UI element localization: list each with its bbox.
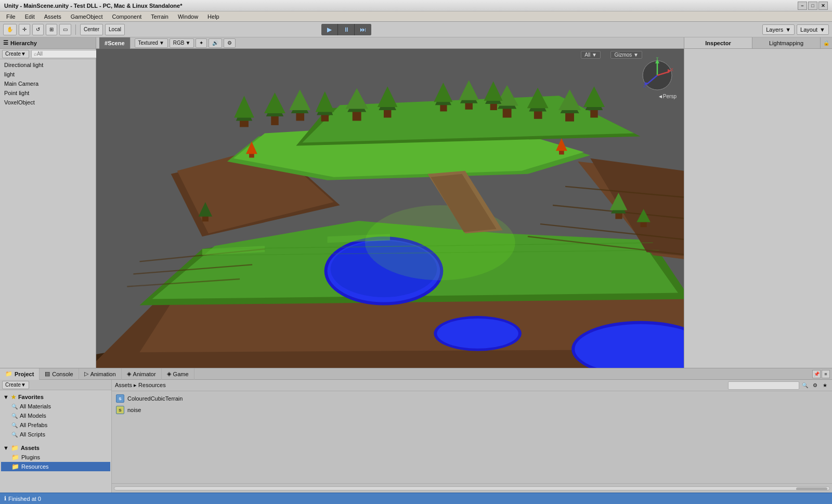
favorites-header[interactable]: ▼ ★ Favorites <box>1 392 110 402</box>
hierarchy-item-point-light[interactable]: Point light <box>0 88 96 98</box>
asset-icon-noise: S <box>116 406 124 414</box>
hierarchy-toolbar: Create ▼ <box>0 49 96 59</box>
favorites-all-scripts[interactable]: 🔍 All Scripts <box>1 430 110 439</box>
plugins-folder-icon: 📁 <box>11 454 19 461</box>
minimize-button[interactable]: − <box>798 2 807 10</box>
tab-animation[interactable]: ▷ Animation <box>79 368 122 380</box>
local-global-button[interactable]: Local <box>105 24 125 35</box>
hand-tool-button[interactable]: ✋ <box>3 24 17 35</box>
layers-dropdown[interactable]: Layers ▼ <box>762 24 795 35</box>
asset-noise[interactable]: S noise <box>114 405 830 415</box>
step-button[interactable]: ⏭ <box>355 24 371 35</box>
assets-search-input[interactable] <box>728 381 799 390</box>
assets-star-button[interactable]: ★ <box>821 381 829 390</box>
bottom-panel-menu-button[interactable]: ≡ <box>822 370 830 378</box>
menu-component[interactable]: Component <box>108 12 146 21</box>
menu-gameobject[interactable]: GameObject <box>67 12 107 21</box>
color-mode-dropdown[interactable]: RGB ▼ <box>170 38 194 48</box>
scale-tool-button[interactable]: ⊞ <box>46 24 57 35</box>
game-tab-label: Game <box>173 371 189 377</box>
rotate-tool-button[interactable]: ↺ <box>32 24 44 35</box>
tab-animator[interactable]: ◈ Animator <box>122 368 162 380</box>
svg-text:Y: Y <box>656 57 659 61</box>
search-button[interactable]: 🔍 <box>801 381 809 390</box>
all-models-label: All Models <box>20 413 46 419</box>
assets-options-button[interactable]: ⚙ <box>811 381 819 390</box>
menu-window[interactable]: Window <box>174 12 202 21</box>
project-toolbar: Create ▼ <box>0 380 111 390</box>
inspector-panel: Inspector Lightmapping 🔒 <box>684 37 832 368</box>
hierarchy-item-voxel-object[interactable]: VoxelObject <box>0 98 96 107</box>
hierarchy-items: Directional light light Main Camera Poin… <box>0 59 96 368</box>
layout-dropdown[interactable]: Layout ▼ <box>797 24 829 35</box>
bottom-panel-collapse-button[interactable]: 📌 <box>812 370 821 378</box>
scrollbar-track[interactable] <box>114 486 830 490</box>
hierarchy-header: ☰ Hierarchy <box>0 37 96 49</box>
hierarchy-item-main-camera[interactable]: Main Camera <box>0 79 96 88</box>
search-icon-2: 🔍 <box>11 413 18 419</box>
tab-lightmapping[interactable]: Lightmapping <box>752 37 821 48</box>
rect-tool-button[interactable]: ▭ <box>59 24 71 35</box>
scene-audio-button[interactable]: 🔊 <box>209 38 222 48</box>
menu-assets[interactable]: Assets <box>40 12 66 21</box>
tab-project[interactable]: 📁 Project <box>0 368 40 380</box>
scene-fx-button[interactable]: ✦ <box>196 38 207 48</box>
assets-scrollbar[interactable] <box>112 483 832 493</box>
resources-label: Resources <box>21 463 49 470</box>
pause-button[interactable]: ⏸ <box>338 24 355 35</box>
all-materials-label: All Materials <box>20 403 51 409</box>
resources-folder-icon: 📁 <box>11 463 19 470</box>
assets-chevron-icon: ▼ <box>3 445 9 451</box>
play-button[interactable]: ▶ <box>321 24 338 35</box>
hierarchy-search-input[interactable] <box>31 50 102 58</box>
svg-text:X: X <box>670 67 673 72</box>
hierarchy-item-light[interactable]: light <box>0 70 96 79</box>
hierarchy-panel: ☰ Hierarchy Create ▼ Directional light l… <box>0 37 96 368</box>
scene-fx2-button[interactable]: ⚙ <box>224 38 236 48</box>
toolbar: ✋ ✛ ↺ ⊞ ▭ Center Local ▶ ⏸ ⏭ Layers ▼ La… <box>0 22 832 37</box>
scene-view[interactable]: Gizmos ▼ All ▼ Y <box>96 49 684 368</box>
status-text: Finished at 0 <box>8 496 41 502</box>
search-icon-4: 🔍 <box>11 432 18 437</box>
tab-game[interactable]: ◈ Game <box>162 368 194 380</box>
hierarchy-create-button[interactable]: Create ▼ <box>2 50 29 58</box>
assets-tree-header[interactable]: ▼ 📁 Assets <box>1 443 110 453</box>
display-mode-dropdown[interactable]: Textured ▼ <box>135 38 168 48</box>
axis-gizmo: Y X Z <box>639 57 675 94</box>
project-tab-label: Project <box>15 371 34 377</box>
maximize-button[interactable]: □ <box>808 2 817 10</box>
inspector-lock-button[interactable]: 🔒 <box>821 37 832 48</box>
menu-terrain[interactable]: Terrain <box>147 12 173 21</box>
hierarchy-item-directional-light[interactable]: Directional light <box>0 60 96 70</box>
scene-canvas <box>96 49 684 368</box>
assets-plugins-item[interactable]: 📁 Plugins <box>1 453 110 462</box>
pivot-center-button[interactable]: Center <box>80 24 103 35</box>
close-button[interactable]: ✕ <box>818 2 828 10</box>
menu-edit[interactable]: Edit <box>21 12 39 21</box>
assets-resources-item[interactable]: 📁 Resources <box>1 462 110 471</box>
favorites-all-materials[interactable]: 🔍 All Materials <box>1 402 110 411</box>
assets-tree-label: Assets <box>21 445 40 451</box>
gizmos-button[interactable]: Gizmos ▼ <box>610 51 642 59</box>
toolbar-separator-1 <box>75 24 76 35</box>
project-create-button[interactable]: Create ▼ <box>2 381 29 389</box>
hierarchy-icon: ☰ <box>3 39 8 46</box>
favorites-all-models[interactable]: 🔍 All Models <box>1 411 110 420</box>
breadcrumb: Assets ▸ Resources <box>115 382 726 389</box>
scrollbar-thumb[interactable] <box>796 487 827 490</box>
tab-inspector[interactable]: Inspector <box>684 37 752 48</box>
scene-tab[interactable]: # Scene <box>99 37 131 49</box>
move-tool-button[interactable]: ✛ <box>19 24 30 35</box>
animation-tab-label: Animation <box>90 371 116 377</box>
status-bar: ℹ Finished at 0 <box>0 493 832 504</box>
bottom-content: Create ▼ ▼ ★ Favorites 🔍 All Materials <box>0 380 832 493</box>
favorites-all-prefabs[interactable]: 🔍 All Prefabs <box>1 420 110 430</box>
menu-file[interactable]: File <box>2 12 20 21</box>
asset-coloured-cubic-terrain[interactable]: S ColouredCubicTerrain <box>114 393 830 404</box>
title-bar: Unity - MainScene.unity - Test DLL - PC,… <box>0 0 832 11</box>
favorites-section: ▼ ★ Favorites 🔍 All Materials 🔍 All Mode… <box>0 390 111 441</box>
search-icon-3: 🔍 <box>11 422 18 428</box>
menu-help[interactable]: Help <box>203 12 224 21</box>
tab-console[interactable]: ▤ Console <box>40 368 79 380</box>
gizmos-all-dropdown[interactable]: All ▼ <box>581 51 601 59</box>
